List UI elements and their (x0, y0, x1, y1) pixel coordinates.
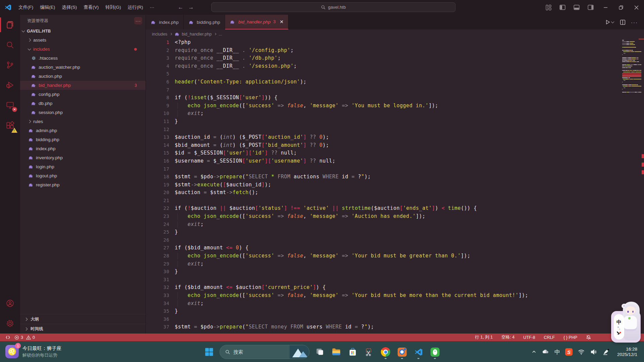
code-line-11[interactable]: 11} (146, 118, 644, 126)
statusbar-item[interactable]: CRLF (544, 335, 555, 340)
toggle-secondary-sidebar-icon[interactable] (586, 2, 596, 12)
statusbar-item[interactable]: { } PHP (564, 335, 577, 340)
code-line-25[interactable]: 25} (146, 228, 644, 236)
code-line-34[interactable]: 34 exit; (146, 300, 644, 308)
ms-store-icon[interactable] (347, 344, 359, 360)
code-line-2[interactable]: 2require_once __DIR__ . '/config.php'; (146, 47, 644, 55)
onedrive-icon[interactable] (541, 348, 549, 356)
snipping-tool-icon[interactable] (363, 344, 375, 360)
code-line-26[interactable]: 26 (146, 236, 644, 244)
search-icon[interactable] (0, 35, 20, 55)
tray-expand-chevron-icon[interactable] (532, 350, 536, 354)
wifi-icon[interactable] (578, 348, 585, 356)
code-line-35[interactable]: 35} (146, 307, 644, 315)
code-line-21[interactable]: 21 (146, 197, 644, 205)
vscode-icon[interactable] (413, 344, 425, 360)
code-line-29[interactable]: 29 exit; (146, 260, 644, 268)
breadcrumb-item[interactable]: ... (219, 32, 222, 37)
tree-item-bid_handler-php[interactable]: bid_handler.php3 (20, 81, 146, 90)
code-line-14[interactable]: 14$bid_amount = (int) ($_POST['bid_amoun… (146, 141, 644, 149)
menu-item[interactable]: 运行(R) (124, 3, 147, 12)
start-button[interactable] (203, 344, 215, 360)
menu-item[interactable]: 选择(S) (58, 3, 80, 12)
code-line-1[interactable]: 1<?php (146, 39, 644, 47)
code-line-4[interactable]: 4require_once __DIR__ . '/session.php'; (146, 62, 644, 70)
tree-item-db-php[interactable]: db.php (20, 99, 146, 108)
tree-item-admin-php[interactable]: admin.php (20, 126, 146, 135)
code-line-24[interactable]: 24 exit; (146, 221, 644, 229)
tree-item-auction_watcher-php[interactable]: auction_watcher.php (20, 63, 146, 72)
code-line-27[interactable]: 27if ($bid_amount <= 0) { (146, 244, 644, 252)
code-line-3[interactable]: 3require_once __DIR__ . '/db.php'; (146, 54, 644, 62)
statusbar-item[interactable]: 行 1, 列 1 (475, 335, 493, 340)
explorer-icon[interactable] (0, 15, 20, 35)
menu-item[interactable]: 文件(F) (15, 3, 37, 12)
code-line-15[interactable]: 15$id = $_SESSION['user']['id'] ?? null; (146, 149, 644, 157)
customize-layout-icon[interactable] (543, 2, 553, 12)
remote-explorer-icon[interactable]: ✕ (0, 95, 20, 115)
split-editor-icon[interactable] (620, 19, 626, 25)
toggle-primary-sidebar-icon[interactable] (557, 2, 568, 12)
sidebar-panel-时间线[interactable]: 时间线 (20, 324, 146, 334)
tree-item-rules[interactable]: rules (20, 117, 146, 126)
tab-bidding.php[interactable]: bidding.php (184, 15, 225, 29)
tree-item-includes[interactable]: includes (20, 45, 146, 54)
tree-item-config-php[interactable]: config.php (20, 90, 146, 99)
code-line-28[interactable]: 28 echo json_encode(['success' => false,… (146, 252, 644, 260)
pen-input-icon[interactable] (602, 348, 610, 356)
ime-language-indicator[interactable]: 中 (554, 348, 560, 356)
tree-item-inventory-php[interactable]: inventory.php (20, 153, 146, 162)
orange-app-icon[interactable] (396, 344, 408, 360)
taskbar-search-box[interactable]: 搜索 (220, 345, 310, 359)
sogou-input-icon[interactable]: S (565, 348, 573, 356)
tree-item-index-php[interactable]: index.php (20, 144, 146, 153)
tab-index.php[interactable]: index.php (146, 15, 184, 29)
code-line-7[interactable]: 7 (146, 86, 644, 94)
run-dropdown-chevron-icon[interactable] (611, 20, 614, 23)
tab-bid_handler.php[interactable]: bid_handler.php3✕ (225, 15, 288, 29)
run-debug-icon[interactable] (0, 75, 20, 95)
close-button[interactable] (629, 0, 644, 15)
extensions-icon[interactable] (0, 115, 20, 135)
code-line-5[interactable]: 5 (146, 70, 644, 78)
volume-icon[interactable] (590, 348, 597, 356)
restore-button[interactable] (613, 0, 629, 15)
tree-item-register-php[interactable]: register.php (20, 180, 146, 189)
code-line-16[interactable]: 16$username = $_SESSION['user']['usernam… (146, 157, 644, 165)
problems-indicator[interactable]: 3 0 (14, 335, 35, 340)
menu-item[interactable]: ··· (147, 3, 158, 12)
sidebar-panel-大纲[interactable]: 大纲 (20, 314, 146, 324)
toggle-panel-icon[interactable] (572, 2, 582, 12)
menu-item[interactable]: 转到(G) (102, 3, 124, 12)
code-line-6[interactable]: 6header('Content-Type: application/json'… (146, 78, 644, 86)
task-view-icon[interactable] (314, 344, 326, 360)
code-line-22[interactable]: 22if (!$auction || $auction['status'] !=… (146, 204, 644, 213)
menu-item[interactable]: 编辑(E) (37, 3, 58, 12)
green-app-icon[interactable] (429, 344, 441, 360)
minimize-button[interactable] (598, 0, 613, 15)
code-line-19[interactable]: 19$stmt->execute([$auction_id]); (146, 181, 644, 189)
widgets-button[interactable]: ♌ 1 今日最旺：狮子座 解锁你的每日运势 (5, 345, 61, 358)
command-center-search[interactable]: gavel.htb (211, 2, 455, 12)
code-line-32[interactable]: 32if ($bid_amount <= $auction['current_p… (146, 284, 644, 292)
minimap[interactable] (622, 40, 641, 93)
account-icon[interactable] (0, 293, 20, 313)
editor-more-actions-icon[interactable]: ··· (631, 19, 638, 25)
code-line-20[interactable]: 20$auction = $stmt->fetch(); (146, 189, 644, 197)
tree-item-logout-php[interactable]: logout.php (20, 171, 146, 180)
code-editor[interactable]: 1<?php2require_once __DIR__ . '/config.p… (146, 39, 644, 334)
code-line-30[interactable]: 30} (146, 268, 644, 276)
ime-status-pill[interactable]: 中 °, (614, 314, 624, 340)
remote-indicator-icon[interactable] (3, 335, 13, 340)
close-tab-icon[interactable]: ✕ (280, 19, 284, 24)
code-line-17[interactable]: 17 (146, 165, 644, 173)
tree-item-session-php[interactable]: session.php (20, 108, 146, 117)
project-root-folder[interactable]: GAVEL.HTB (20, 27, 146, 36)
breadcrumb-item[interactable]: bid_handler.php (174, 31, 212, 37)
code-line-9[interactable]: 9 echo json_encode(['success' => false, … (146, 102, 644, 110)
tree-item-auction-php[interactable]: auction.php (20, 72, 146, 81)
tree-item-bidding-php[interactable]: bidding.php (20, 135, 146, 144)
code-line-36[interactable]: 36 (146, 315, 644, 323)
code-line-31[interactable]: 31 (146, 276, 644, 284)
tree-item--htaccess[interactable]: .htaccess (20, 54, 146, 63)
